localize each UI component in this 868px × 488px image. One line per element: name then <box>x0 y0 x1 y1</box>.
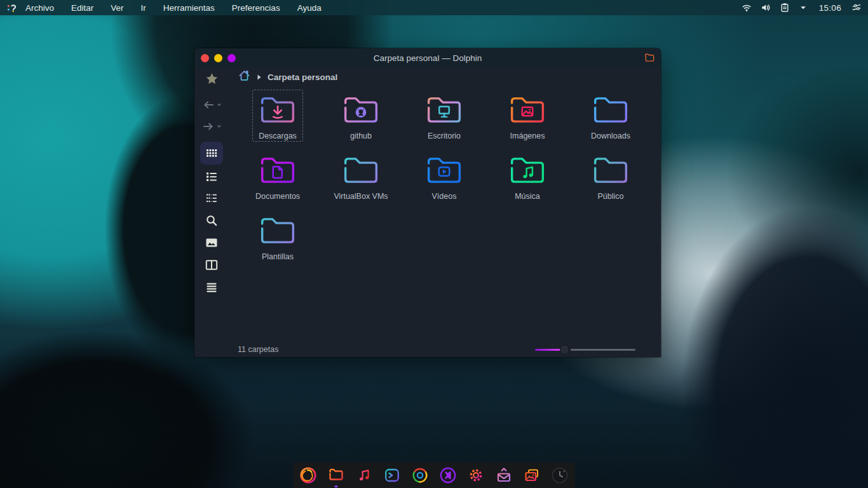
folder-label: Descargas <box>259 132 297 140</box>
minimize-button[interactable] <box>214 54 222 62</box>
dock-firefox[interactable] <box>299 466 317 484</box>
folder-item[interactable]: Público <box>569 148 653 208</box>
wifi-icon[interactable] <box>742 3 752 13</box>
folder-icon <box>589 92 632 131</box>
dock-mail-share[interactable] <box>495 466 513 484</box>
chevron-down-icon[interactable] <box>799 3 809 13</box>
folder-icon <box>423 152 466 191</box>
desktop: ArchivoEditarVerIrHerramientasPreferenci… <box>0 0 868 488</box>
menu-item-4[interactable]: Herramientas <box>163 3 215 13</box>
folder-label: Plantillas <box>262 252 294 261</box>
clock[interactable]: 15:06 <box>819 3 841 13</box>
folder-label: VirtualBox VMs <box>334 192 388 201</box>
folder-icon <box>256 212 299 252</box>
menu-item-3[interactable]: Ir <box>141 3 146 13</box>
folder-item[interactable]: Música <box>486 148 569 208</box>
sidebar-arrow-back[interactable] <box>200 95 223 114</box>
folder-item[interactable]: Imágenes <box>486 88 569 148</box>
folder-item[interactable]: Escritorio <box>403 88 486 148</box>
folder-icon <box>506 152 549 191</box>
dock-vscode[interactable] <box>439 466 457 484</box>
volume-icon[interactable] <box>761 3 771 13</box>
folder-label: Documentos <box>255 192 300 201</box>
folder-label: Música <box>515 192 540 201</box>
folder-icon <box>339 152 383 191</box>
close-button[interactable] <box>201 54 209 62</box>
sidebar-menu[interactable] <box>200 278 223 297</box>
maximize-button[interactable] <box>227 54 236 62</box>
dock-settings[interactable] <box>467 466 485 484</box>
folder-item[interactable]: VirtualBox VMs <box>320 148 403 208</box>
folder-label: github <box>350 132 372 140</box>
folder-icon <box>256 152 299 191</box>
folder-label: Público <box>598 192 624 201</box>
menu-item-2[interactable]: Ver <box>111 3 123 13</box>
dock-music-player[interactable] <box>355 466 373 484</box>
dock-terminal[interactable] <box>383 466 401 484</box>
sidebar-arrow-forward[interactable] <box>200 117 223 136</box>
dock-chrome[interactable] <box>411 466 429 484</box>
menu-item-0[interactable]: Archivo <box>25 3 54 13</box>
clipboard-icon[interactable] <box>780 3 790 13</box>
folder-label: Downloads <box>591 132 630 140</box>
folder-label: Escritorio <box>428 132 461 140</box>
folder-icon <box>589 152 632 191</box>
breadcrumb-chevron-icon <box>257 71 261 83</box>
window-title: Carpeta personal — Dolphin <box>194 53 661 63</box>
menubar-menus: ArchivoEditarVerIrHerramientasPreferenci… <box>25 3 322 13</box>
sidebar-view-compact[interactable] <box>200 189 223 208</box>
titlebar[interactable]: Carpeta personal — Dolphin <box>194 48 661 67</box>
dock-clock-widget[interactable] <box>551 466 569 484</box>
folder-item[interactable]: Downloads <box>569 88 653 148</box>
dock-file-manager[interactable] <box>327 466 345 484</box>
folder-icon <box>339 92 383 131</box>
menu-item-1[interactable]: Editar <box>71 3 93 13</box>
folder-icon <box>506 92 549 131</box>
folder-grid: Descargas github Escritorio Imágenes Dow… <box>229 86 661 342</box>
folder-label: Vídeos <box>432 192 457 201</box>
sidebar-view-list[interactable] <box>200 167 223 186</box>
dock <box>293 463 575 488</box>
sidebar-favorites-star[interactable] <box>200 69 223 88</box>
folder-item[interactable]: Documentos <box>236 148 320 208</box>
folder-icon <box>423 92 466 131</box>
global-menubar: ArchivoEditarVerIrHerramientasPreferenci… <box>0 0 868 15</box>
dock-image-gallery[interactable] <box>523 466 541 484</box>
sidebar-view-grid-active[interactable] <box>200 142 223 165</box>
window-folder-icon <box>645 53 654 62</box>
statusbar: 11 carpetas <box>229 342 661 357</box>
breadcrumb: Carpeta personal <box>229 67 661 86</box>
breadcrumb-path[interactable]: Carpeta personal <box>268 72 337 82</box>
toolbar-sidebar <box>194 67 229 357</box>
folder-label: Imágenes <box>510 132 545 140</box>
zoom-slider-handle[interactable] <box>560 345 569 355</box>
sidebar-split-view[interactable] <box>200 255 223 274</box>
menu-item-6[interactable]: Ayuda <box>297 3 322 13</box>
sidebar-preview[interactable] <box>200 233 223 252</box>
dolphin-window: Carpeta personal — Dolphin <box>194 48 661 357</box>
folder-item[interactable]: Plantillas <box>236 208 320 269</box>
sliders-icon[interactable] <box>851 3 862 13</box>
folder-item[interactable]: Descargas <box>236 88 320 148</box>
folder-icon <box>256 92 299 131</box>
distro-logo-icon[interactable] <box>6 2 18 13</box>
folder-item[interactable]: github <box>320 88 403 148</box>
home-icon[interactable] <box>238 69 251 85</box>
sidebar-search[interactable] <box>200 211 223 230</box>
folder-item[interactable]: Vídeos <box>403 148 486 208</box>
system-tray: 15:06 <box>742 3 862 13</box>
status-text: 11 carpetas <box>238 345 278 354</box>
zoom-slider[interactable] <box>535 344 635 355</box>
menu-item-5[interactable]: Preferencias <box>232 3 280 13</box>
